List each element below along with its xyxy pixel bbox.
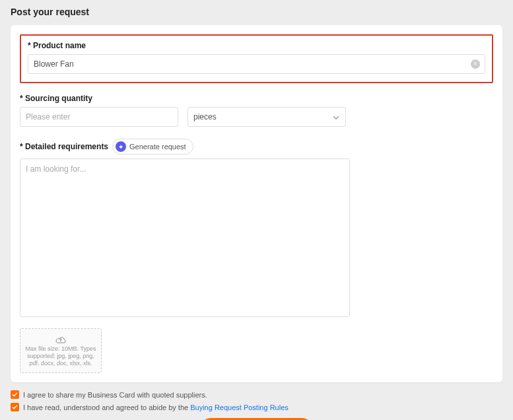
requirements-label: * Detailed requirements <box>20 142 108 151</box>
rules-link[interactable]: Buying Request Posting Rules <box>190 403 289 411</box>
share-card-checkbox[interactable] <box>11 390 19 399</box>
product-name-label: * Product name <box>28 41 485 50</box>
product-name-input[interactable] <box>28 54 485 74</box>
requirements-label-row: * Detailed requirements ✦ Generate reque… <box>20 139 493 155</box>
requirements-textarea[interactable] <box>20 158 350 317</box>
clear-icon[interactable]: × <box>471 59 480 69</box>
page-title: Post your request <box>11 7 502 17</box>
agreements-section: I agree to share my Business Card with q… <box>11 390 502 411</box>
sourcing-quantity-label: * Sourcing quantity <box>20 94 493 103</box>
request-card: * Product name × * Sourcing quantity pie… <box>11 25 502 382</box>
sparkle-icon: ✦ <box>116 141 126 152</box>
rules-row: I have read, understood and agreed to ab… <box>11 403 502 411</box>
upload-hint: Max file size: 10MB. Types supported: jp… <box>24 345 97 367</box>
product-name-section: * Product name × <box>20 34 493 83</box>
upload-box[interactable]: Max file size: 10MB. Types supported: jp… <box>20 328 102 373</box>
sourcing-row: pieces <box>20 107 493 127</box>
generate-request-label: Generate request <box>129 143 186 151</box>
cloud-upload-icon <box>55 334 67 343</box>
generate-request-button[interactable]: ✦ Generate request <box>112 139 193 155</box>
share-card-row: I agree to share my Business Card with q… <box>11 390 502 399</box>
rules-prefix: I have read, understood and agreed to ab… <box>23 403 190 411</box>
share-card-label: I agree to share my Business Card with q… <box>23 391 207 399</box>
rules-checkbox[interactable] <box>11 403 19 411</box>
sourcing-quantity-input[interactable] <box>20 107 178 127</box>
sourcing-unit-select[interactable]: pieces <box>188 107 346 127</box>
